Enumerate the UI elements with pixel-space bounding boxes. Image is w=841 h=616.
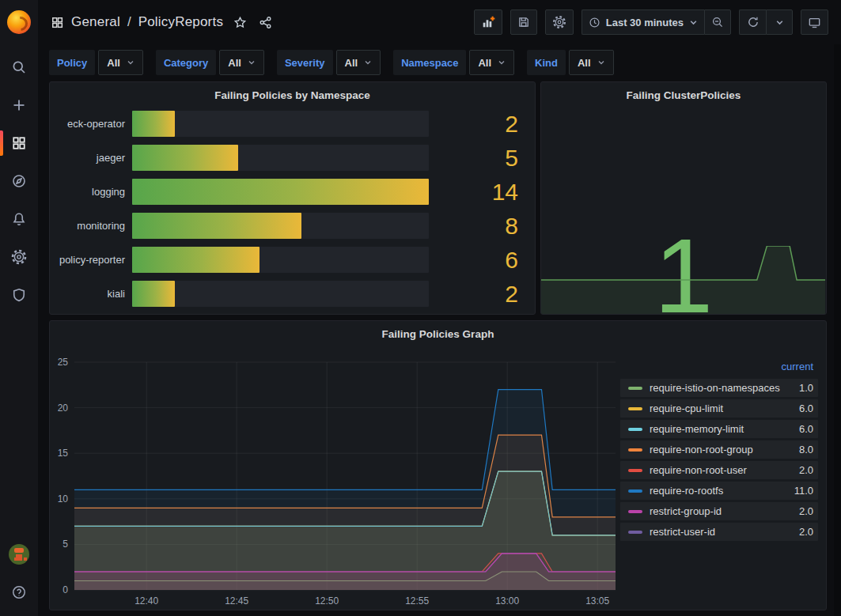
bar-fill bbox=[132, 179, 429, 205]
page-scrollbar[interactable] bbox=[834, 44, 841, 616]
bar-track bbox=[132, 281, 429, 307]
panel-title[interactable]: Failing ClusterPolicies bbox=[541, 82, 826, 101]
dashboard-settings-icon bbox=[552, 15, 566, 29]
refresh-controls bbox=[739, 9, 793, 35]
sidebar-item-server-admin[interactable] bbox=[0, 276, 38, 314]
svg-text:12:45: 12:45 bbox=[225, 595, 248, 607]
save-dashboard-icon bbox=[517, 16, 530, 28]
legend-header-current[interactable]: current bbox=[620, 359, 818, 379]
legend-series-name[interactable]: require-memory-limit bbox=[650, 423, 799, 435]
sidebar-item-search[interactable] bbox=[0, 48, 38, 86]
bar-row: monitoring8 bbox=[50, 213, 535, 239]
bar-value: 2 bbox=[434, 111, 535, 137]
breadcrumb[interactable]: General / PolicyReports bbox=[38, 14, 272, 30]
kiosk-mode-button[interactable] bbox=[801, 9, 828, 35]
sidebar-item-explore[interactable] bbox=[0, 162, 38, 200]
legend-series-name[interactable]: require-cpu-limit bbox=[650, 402, 799, 414]
variable-value-dropdown[interactable]: All bbox=[569, 50, 614, 75]
user-avatar bbox=[9, 544, 29, 565]
svg-text:20: 20 bbox=[58, 402, 69, 414]
legend-current-value: 1.0 bbox=[799, 382, 813, 394]
legend-item[interactable]: require-memory-limit6.0 bbox=[620, 420, 818, 438]
legend-swatch bbox=[628, 448, 642, 452]
variable-label: Severity bbox=[277, 50, 333, 75]
add-panel-button[interactable] bbox=[474, 9, 502, 35]
breadcrumb-dashboard[interactable]: PolicyReports bbox=[138, 14, 223, 30]
bar-value: 2 bbox=[434, 281, 535, 307]
time-controls: Last 30 minutes bbox=[582, 9, 731, 35]
variable-label: Kind bbox=[527, 50, 566, 75]
panel-title[interactable]: Failing Policies Graph bbox=[50, 321, 826, 340]
variable-value-dropdown[interactable]: All bbox=[469, 50, 514, 75]
variable-severity: SeverityAll bbox=[277, 50, 381, 75]
star-icon[interactable] bbox=[233, 16, 247, 29]
refresh-icon bbox=[747, 16, 760, 28]
sidebar-item-configuration[interactable] bbox=[0, 238, 38, 276]
sidebar bbox=[0, 0, 38, 616]
breadcrumb-folder[interactable]: General bbox=[71, 14, 120, 30]
variable-label: Namespace bbox=[393, 50, 466, 75]
legend-swatch bbox=[628, 387, 642, 390]
legend-item[interactable]: require-cpu-limit6.0 bbox=[620, 399, 818, 418]
legend-item[interactable]: restrict-user-id2.0 bbox=[620, 523, 818, 541]
sidebar-item-profile[interactable] bbox=[0, 535, 38, 573]
legend-series-name[interactable]: restrict-user-id bbox=[650, 526, 799, 538]
bar-gauge: eck-operator2jaeger5logging14monitoring8… bbox=[50, 111, 535, 315]
svg-text:15: 15 bbox=[58, 448, 69, 459]
svg-text:12:55: 12:55 bbox=[405, 595, 429, 607]
kiosk-tv-icon bbox=[808, 16, 821, 29]
svg-text:12:50: 12:50 bbox=[315, 595, 339, 607]
legend-series-name[interactable]: restrict-group-id bbox=[650, 505, 799, 517]
bar-value: 14 bbox=[434, 179, 535, 205]
sidebar-item-help[interactable] bbox=[0, 573, 38, 611]
refresh-interval-dropdown[interactable] bbox=[766, 9, 793, 35]
bar-track bbox=[132, 145, 429, 171]
bar-fill bbox=[132, 145, 238, 171]
bar-fill bbox=[132, 213, 301, 239]
sidebar-item-create[interactable] bbox=[0, 86, 38, 124]
legend-swatch bbox=[628, 510, 642, 513]
svg-text:25: 25 bbox=[58, 357, 69, 368]
legend-item[interactable]: require-non-root-user2.0 bbox=[620, 461, 818, 479]
sidebar-item-alerting[interactable] bbox=[0, 200, 38, 238]
legend-item[interactable]: require-non-root-group8.0 bbox=[620, 440, 818, 459]
bar-value: 6 bbox=[434, 247, 535, 273]
legend-current-value: 2.0 bbox=[799, 526, 813, 538]
share-icon[interactable] bbox=[259, 16, 272, 29]
panel-failing-policies-graph: Failing Policies Graph 051015202512:4012… bbox=[49, 320, 827, 610]
legend-current-value: 2.0 bbox=[799, 505, 813, 517]
legend-current-value: 8.0 bbox=[799, 444, 813, 455]
bar-label: kiali bbox=[50, 288, 132, 300]
panel-failing-policies-by-namespace: Failing Policies by Namespace eck-operat… bbox=[49, 81, 536, 315]
help-icon bbox=[11, 584, 27, 600]
variable-value-dropdown[interactable]: All bbox=[336, 50, 381, 75]
bar-track bbox=[132, 247, 429, 273]
variable-value-dropdown[interactable]: All bbox=[98, 50, 143, 75]
active-indicator bbox=[0, 130, 3, 156]
refresh-button[interactable] bbox=[739, 9, 766, 35]
legend-series-name[interactable]: require-non-root-user bbox=[650, 464, 799, 476]
legend-series-name[interactable]: require-ro-rootfs bbox=[650, 485, 794, 497]
bar-row: kiali2 bbox=[50, 281, 535, 307]
svg-text:12:40: 12:40 bbox=[134, 595, 158, 607]
zoom-out-button[interactable] bbox=[704, 9, 731, 35]
time-range-picker[interactable]: Last 30 minutes bbox=[582, 9, 704, 35]
bar-label: eck-operator bbox=[50, 118, 132, 130]
time-series-plot[interactable]: 051015202512:4012:4512:5012:5513:0013:05 bbox=[51, 357, 622, 610]
legend-item[interactable]: restrict-group-id2.0 bbox=[620, 502, 818, 520]
legend-swatch bbox=[628, 428, 642, 431]
save-dashboard-button[interactable] bbox=[510, 9, 537, 35]
grafana-logo[interactable] bbox=[7, 10, 31, 34]
variable-value-dropdown[interactable]: All bbox=[219, 50, 264, 75]
variable-label: Policy bbox=[49, 50, 95, 75]
variable-namespace: NamespaceAll bbox=[393, 50, 514, 75]
dashboard-settings-button[interactable] bbox=[545, 9, 574, 35]
legend-current-value: 11.0 bbox=[794, 485, 813, 497]
sidebar-item-dashboards[interactable] bbox=[0, 124, 38, 162]
legend-item[interactable]: require-ro-rootfs11.0 bbox=[620, 482, 818, 500]
legend-item[interactable]: require-istio-on-namespaces1.0 bbox=[620, 379, 818, 397]
panel-title[interactable]: Failing Policies by Namespace bbox=[50, 82, 535, 101]
legend-series-name[interactable]: require-istio-on-namespaces bbox=[650, 382, 799, 394]
legend-series-name[interactable]: require-non-root-group bbox=[650, 444, 799, 455]
panel-failing-clusterpolicies: Failing ClusterPolicies 1 bbox=[540, 81, 827, 315]
